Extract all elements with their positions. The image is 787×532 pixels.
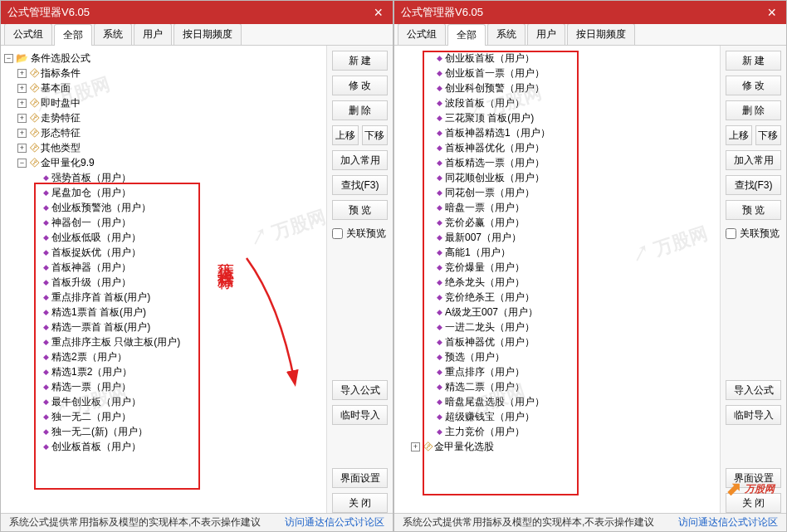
tree-category[interactable]: +⚿形态特征: [2, 125, 323, 140]
edit-button[interactable]: 修 改: [332, 76, 388, 95]
tree-category[interactable]: +⚿其他类型: [2, 140, 323, 155]
tree-category[interactable]: +⚿即时盘中: [2, 95, 323, 110]
linkpreview-checkbox[interactable]: [726, 228, 736, 239]
tree-leaf[interactable]: ◆首板升级（用户）: [2, 275, 323, 290]
tab-system[interactable]: 系统: [94, 23, 132, 45]
tree-leaf[interactable]: ◆最牛创业板（用户）: [2, 394, 323, 409]
tree-category[interactable]: +⚿指标条件: [2, 66, 323, 81]
delete-button[interactable]: 删 除: [332, 100, 388, 120]
close-button[interactable]: 关 闭: [332, 493, 388, 513]
tree-leaf[interactable]: ◆首板神器精选1（用户）: [396, 125, 716, 140]
tree-leaf[interactable]: ◆绝杀龙头（用户）: [396, 275, 716, 290]
tree-leaf[interactable]: ◆首板精选一票（用户）: [396, 155, 716, 170]
linkpreview-checkbox[interactable]: [332, 228, 343, 239]
close-icon[interactable]: ×: [370, 5, 386, 20]
tree-leaf[interactable]: ◆精选1票2（用户）: [2, 364, 323, 379]
expand-icon[interactable]: +: [17, 69, 27, 78]
uisettings-button[interactable]: 界面设置: [332, 468, 388, 488]
movedown-button[interactable]: 下移: [362, 125, 389, 145]
find-button[interactable]: 查找(F3): [726, 175, 781, 195]
tab-group[interactable]: 公式组: [4, 23, 52, 45]
tree-leaf[interactable]: ◆创业板低吸（用户）: [2, 230, 323, 245]
import-button[interactable]: 导入公式: [332, 380, 388, 400]
status-link[interactable]: 访问通达信公式讨论区: [678, 515, 778, 530]
tree-leaf[interactable]: ◆创业板首一票（用户）: [396, 66, 716, 81]
tree-leaf[interactable]: ◆首板神器优化（用户）: [396, 140, 716, 155]
tree-leaf[interactable]: ◆三花聚顶 首板(用户): [396, 110, 716, 125]
tree-leaf[interactable]: ◆一进二龙头（用户）: [396, 320, 716, 334]
tree-leaf[interactable]: ◆竞价爆量（用户）: [396, 260, 716, 275]
tab-bydate[interactable]: 按日期频度: [174, 23, 242, 45]
tree-leaf[interactable]: ◆主力竞价（用户）: [396, 424, 716, 439]
tree-leaf[interactable]: ◆暗盘一票（用户）: [396, 200, 716, 215]
tab-system[interactable]: 系统: [487, 23, 525, 45]
tree-leaf[interactable]: ◆高能1（用户）: [396, 245, 716, 260]
tab-all[interactable]: 全部: [447, 24, 486, 46]
tab-user[interactable]: 用户: [134, 23, 172, 45]
preview-button[interactable]: 预 览: [726, 200, 781, 220]
tree-leaf[interactable]: ◆首板神器优（用户）: [396, 334, 716, 349]
status-link[interactable]: 访问通达信公式讨论区: [285, 515, 384, 530]
tab-bydate[interactable]: 按日期频度: [567, 23, 635, 45]
tree-leaf[interactable]: ◆同花顺创业板（用户）: [396, 170, 716, 185]
tab-all[interactable]: 全部: [54, 24, 92, 46]
linkpreview-check[interactable]: 关联预览: [726, 225, 781, 242]
tree-leaf[interactable]: ◆精选1票首 首板(用户): [2, 305, 323, 320]
tree-leaf[interactable]: ◆创业板预警池（用户）: [2, 200, 323, 215]
tree-leaf[interactable]: ◆独一无二（用户）: [2, 409, 323, 424]
formula-tree[interactable]: −📂条件选股公式 +⚿指标条件+⚿基本面+⚿即时盘中+⚿走势特征+⚿形态特征+⚿…: [1, 46, 326, 513]
tree-leaf[interactable]: ◆创业科创预警（用户）: [396, 81, 716, 95]
expand-icon[interactable]: +: [17, 114, 27, 123]
expand-icon[interactable]: +: [17, 129, 27, 138]
tree-leaf[interactable]: ◆精选2票（用户）: [2, 349, 323, 364]
movedown-button[interactable]: 下移: [755, 125, 782, 145]
delete-button[interactable]: 删 除: [726, 100, 781, 120]
tree-leaf[interactable]: ◆竞价绝杀王（用户）: [396, 290, 716, 305]
collapse-icon[interactable]: −: [4, 54, 13, 63]
linkpreview-check[interactable]: 关联预览: [332, 225, 388, 242]
tree-leaf[interactable]: ◆波段首板（用户）: [396, 95, 716, 110]
expand-icon[interactable]: +: [17, 99, 27, 108]
close-icon[interactable]: ×: [764, 5, 780, 20]
formula-tree[interactable]: ◆创业板首板（用户）◆创业板首一票（用户）◆创业科创预警（用户）◆波段首板（用户…: [394, 46, 720, 513]
preview-button[interactable]: 预 览: [332, 200, 388, 220]
tree-category[interactable]: +⚿走势特征: [2, 110, 323, 125]
addfav-button[interactable]: 加入常用: [726, 150, 781, 170]
tree-leaf[interactable]: ◆首板捉妖优（用户）: [2, 245, 323, 260]
tree-leaf[interactable]: ◆首板神器（用户）: [2, 260, 323, 275]
uisettings-button[interactable]: 界面设置: [726, 468, 781, 488]
tree-leaf[interactable]: ◆神器创一（用户）: [2, 215, 323, 230]
tree-category[interactable]: +⚿基本面: [2, 81, 323, 95]
tree-leaf[interactable]: ◆同花创一票（用户）: [396, 185, 716, 200]
expand-icon[interactable]: +: [17, 84, 27, 93]
tree-leaf[interactable]: ◆精选二票（用户）: [396, 379, 716, 394]
tree-leaf[interactable]: ◆独一无二(新)（用户）: [2, 424, 323, 439]
tree-leaf[interactable]: ◆最新007（用户）: [396, 230, 716, 245]
tree-leaf[interactable]: ◆预选（用户）: [396, 349, 716, 364]
import-button[interactable]: 导入公式: [726, 380, 781, 400]
close-button[interactable]: 关 闭: [726, 493, 781, 513]
collapse-icon[interactable]: −: [17, 159, 27, 168]
expand-icon[interactable]: +: [411, 442, 420, 451]
edit-button[interactable]: 修 改: [726, 76, 781, 95]
new-button[interactable]: 新 建: [726, 51, 781, 71]
find-button[interactable]: 查找(F3): [332, 175, 388, 195]
tree-leaf[interactable]: ◆创业板首板（用户）: [396, 51, 716, 66]
tree-leaf[interactable]: ◆尾盘加仓（用户）: [2, 185, 323, 200]
new-button[interactable]: 新 建: [332, 51, 388, 71]
tree-leaf[interactable]: ◆精选一票首 首板(用户): [2, 320, 323, 334]
tree-leaf[interactable]: ◆超级赚钱宝（用户）: [396, 409, 716, 424]
moveup-button[interactable]: 上移: [332, 125, 359, 145]
tab-group[interactable]: 公式组: [398, 23, 446, 45]
tab-user[interactable]: 用户: [527, 23, 565, 45]
moveup-button[interactable]: 上移: [726, 125, 752, 145]
tree-leaf[interactable]: ◆暗盘尾盘选股（用户）: [396, 394, 716, 409]
tree-leaf[interactable]: ◆精选一票（用户）: [2, 379, 323, 394]
tree-leaf[interactable]: ◆竞价必赢（用户）: [396, 215, 716, 230]
tree-leaf[interactable]: ◆A级龙王007（用户）: [396, 305, 716, 320]
tempimport-button[interactable]: 临时导入: [332, 405, 388, 425]
tree-leaf[interactable]: ◆重点排序主板 只做主板(用户): [2, 334, 323, 349]
tree-leaf[interactable]: ◆创业板首板（用户）: [2, 439, 323, 454]
tree-leaf[interactable]: ◆重点排序（用户）: [396, 364, 716, 379]
addfav-button[interactable]: 加入常用: [332, 150, 388, 170]
